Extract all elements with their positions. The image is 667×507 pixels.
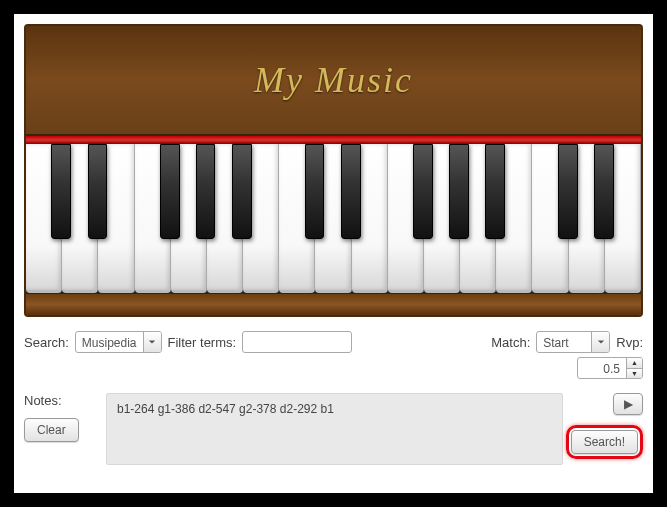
match-select[interactable]: Start [536, 331, 610, 353]
white-key[interactable] [569, 144, 605, 293]
white-key[interactable] [496, 144, 532, 293]
rvp-value[interactable]: 0.5 [578, 358, 626, 378]
white-key[interactable] [605, 144, 641, 293]
match-label: Match: [491, 335, 530, 350]
white-key[interactable] [352, 144, 388, 293]
piano-frame [26, 293, 641, 315]
match-value: Start [537, 332, 591, 352]
play-button[interactable]: ▶ [613, 393, 643, 415]
white-key[interactable] [460, 144, 496, 293]
rvp-spinner[interactable]: 0.5 ▲ ▼ [577, 357, 643, 379]
piano-title: My Music [254, 59, 413, 101]
search-button[interactable]: Search! [571, 430, 638, 454]
white-key[interactable] [26, 144, 62, 293]
filter-terms-input[interactable] [242, 331, 352, 353]
white-key[interactable] [207, 144, 243, 293]
white-key[interactable] [62, 144, 98, 293]
white-keys[interactable] [26, 144, 641, 293]
white-key[interactable] [315, 144, 351, 293]
spinner-down-icon[interactable]: ▼ [627, 369, 642, 379]
spinner-up-icon[interactable]: ▲ [627, 358, 642, 369]
search-source-value: Musipedia [76, 332, 143, 352]
notes-textarea[interactable]: b1-264 g1-386 d2-547 g2-378 d2-292 b1 [106, 393, 563, 465]
chevron-down-icon[interactable] [591, 332, 609, 352]
piano-lid: My Music [26, 26, 641, 136]
chevron-down-icon[interactable] [143, 332, 161, 352]
white-key[interactable] [424, 144, 460, 293]
piano-keyboard[interactable]: My Music [24, 24, 643, 317]
piano-felt [26, 136, 641, 144]
white-key[interactable] [135, 144, 171, 293]
white-key[interactable] [171, 144, 207, 293]
rvp-label: Rvp: [616, 335, 643, 350]
search-label: Search: [24, 335, 69, 350]
white-key[interactable] [98, 144, 134, 293]
notes-label: Notes: [24, 393, 62, 408]
white-key[interactable] [532, 144, 568, 293]
search-highlight: Search! [566, 425, 643, 459]
play-icon: ▶ [624, 397, 633, 411]
white-key[interactable] [388, 144, 424, 293]
search-source-select[interactable]: Musipedia [75, 331, 162, 353]
filter-label: Filter terms: [168, 335, 237, 350]
clear-button[interactable]: Clear [24, 418, 79, 442]
white-key[interactable] [279, 144, 315, 293]
white-key[interactable] [243, 144, 279, 293]
